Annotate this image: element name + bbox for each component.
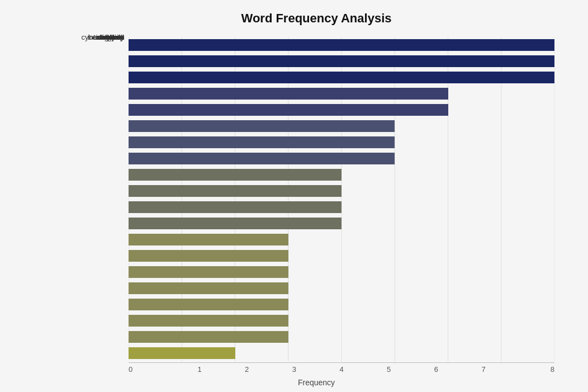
bar-fill [129,120,395,132]
bar-row [129,53,554,69]
bar-fill [129,185,342,197]
x-axis: 012345678 [129,362,554,374]
bar-row [129,134,554,150]
bar-row [129,199,554,215]
bar-fill [129,299,288,310]
chart-container: Word Frequency Analysis threatanalysisto… [0,0,588,392]
chart-title: Word Frequency Analysis [67,11,566,26]
bar-row [129,215,554,232]
x-tick: 7 [460,365,508,374]
bar-row [129,313,554,329]
bar-row [129,183,554,199]
bar-fill [129,104,448,116]
x-tick: 8 [507,365,554,374]
bar-fill [129,153,395,164]
bars-container [129,37,554,361]
bar-row [129,102,554,118]
bar-row [129,264,554,280]
x-tick: 0 [129,365,176,374]
bar-fill [129,55,554,67]
x-tick: 4 [318,365,366,374]
bar-row [129,69,554,86]
bar-fill [129,331,288,343]
bar-fill [129,218,342,229]
x-tick: 3 [271,365,318,374]
bar-row [129,248,554,264]
bar-label: open [108,33,124,41]
bar-fill [129,315,288,327]
bar-row [129,345,554,361]
bar-fill [129,201,342,213]
bar-fill [129,250,288,262]
bar-fill [129,72,554,83]
bar-row [129,86,554,102]
bar-fill [129,282,288,294]
bar-fill [129,136,395,148]
x-tick: 2 [223,365,271,374]
bar-row [129,232,554,248]
x-tick: 5 [365,365,412,374]
bar-row [129,150,554,167]
bar-row [129,296,554,313]
x-axis-label: Frequency [67,378,566,387]
bar-row [129,118,554,134]
bar-row [129,167,554,183]
bar-row [129,37,554,53]
bar-row [129,280,554,296]
bar-fill [129,347,235,359]
chart-plot-area [129,37,554,361]
bar-fill [129,234,288,245]
x-tick: 1 [176,365,224,374]
bar-fill [129,169,342,181]
bar-fill [129,266,288,278]
bar-fill [129,88,448,100]
bar-row [129,329,554,345]
x-tick: 6 [412,365,460,374]
bar-fill [129,39,554,51]
